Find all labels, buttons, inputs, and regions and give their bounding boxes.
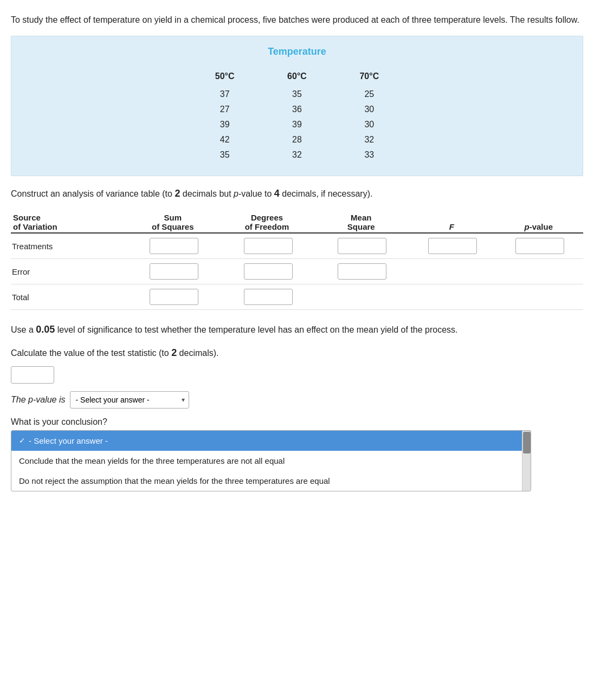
treatments-pvalue-input[interactable] bbox=[515, 238, 564, 254]
list-item: 33 bbox=[333, 147, 405, 163]
conclusion-option-equal[interactable]: Do not reject the assumption that the me… bbox=[11, 471, 531, 491]
list-item: 39 bbox=[261, 117, 333, 132]
treatments-f-cell bbox=[409, 233, 496, 259]
conclusion-option-select[interactable]: - Select your answer - bbox=[11, 431, 531, 451]
temperature-data-table: 50°C60°C70°C3735252736303939304228323532… bbox=[189, 65, 405, 163]
temperature-table-title: Temperature bbox=[28, 46, 566, 57]
table-row: 353233 bbox=[189, 147, 405, 163]
table-row: 393930 bbox=[189, 117, 405, 132]
construct-text: Construct an analysis of variance table … bbox=[11, 186, 583, 202]
significance-text: Use a 0.05 level of significance to test… bbox=[11, 322, 583, 338]
pvalue-label: The p-value is bbox=[11, 395, 66, 405]
error-f-empty bbox=[409, 259, 496, 284]
total-pvalue-empty bbox=[496, 284, 583, 310]
anova-header-degrees: Degreesof Freedom bbox=[221, 211, 315, 233]
list-item: 30 bbox=[333, 102, 405, 117]
treatments-mean-input[interactable] bbox=[338, 238, 386, 254]
error-mean-input[interactable] bbox=[338, 263, 386, 280]
decimal-2: 2 bbox=[175, 188, 180, 199]
total-sum-cell bbox=[127, 284, 221, 310]
list-item: 32 bbox=[333, 132, 405, 147]
anova-table: Sourceof Variation Sumof Squares Degrees… bbox=[11, 211, 583, 310]
anova-header-mean: MeanSquare bbox=[315, 211, 409, 233]
temp-col-header: 50°C bbox=[189, 69, 261, 87]
treatments-df-input[interactable] bbox=[244, 238, 293, 254]
col-60c bbox=[261, 65, 333, 69]
temp-col-header: 60°C bbox=[261, 69, 333, 87]
list-item: 35 bbox=[261, 87, 333, 102]
list-item: 27 bbox=[189, 102, 261, 117]
treatments-sum-input[interactable] bbox=[150, 238, 198, 254]
error-mean-cell bbox=[315, 259, 409, 284]
error-pvalue-empty bbox=[496, 259, 583, 284]
treatments-mean-cell bbox=[315, 233, 409, 259]
pvalue-row: The p-value is - Select your answer - le… bbox=[11, 391, 583, 409]
temperature-table-wrapper: Temperature 50°C60°C70°C3735252736303939… bbox=[11, 36, 583, 176]
list-item: 32 bbox=[261, 147, 333, 163]
stat-decimals: 2 bbox=[171, 347, 177, 358]
error-sum-input[interactable] bbox=[150, 263, 198, 280]
list-item: 36 bbox=[261, 102, 333, 117]
decimal-4: 4 bbox=[274, 188, 280, 199]
list-item: 28 bbox=[261, 132, 333, 147]
list-item: 35 bbox=[189, 147, 261, 163]
anova-header-pvalue: p-value bbox=[496, 211, 583, 233]
total-df-input[interactable] bbox=[244, 289, 293, 305]
error-sum-cell bbox=[127, 259, 221, 284]
intro-text: To study the effect of temperature on yi… bbox=[11, 13, 583, 27]
anova-row-treatments: Treatments bbox=[11, 233, 583, 259]
anova-header-source: Sourceof Variation bbox=[11, 211, 127, 233]
list-item: 30 bbox=[333, 117, 405, 132]
treatments-f-input[interactable] bbox=[428, 238, 477, 254]
pvalue-select[interactable]: - Select your answer - less than .01 bet… bbox=[70, 391, 189, 409]
temp-col-header: 70°C bbox=[333, 69, 405, 87]
total-f-empty bbox=[409, 284, 496, 310]
source-treatments: Treatments bbox=[11, 233, 127, 259]
calculate-text: Calculate the value of the test statisti… bbox=[11, 345, 583, 361]
anova-header-f: F bbox=[409, 211, 496, 233]
conclusion-dropdown-list: - Select your answer - Conclude that the… bbox=[11, 430, 531, 491]
error-df-cell bbox=[221, 259, 315, 284]
table-row: 373525 bbox=[189, 87, 405, 102]
conclusion-label: What is your conclusion? bbox=[11, 417, 583, 427]
col-70c bbox=[333, 65, 405, 69]
treatments-sum-cell bbox=[127, 233, 221, 259]
treatments-pvalue-cell bbox=[496, 233, 583, 259]
list-item: 42 bbox=[189, 132, 261, 147]
list-item: 39 bbox=[189, 117, 261, 132]
dropdown-scrollbar bbox=[522, 431, 531, 491]
test-statistic-input[interactable] bbox=[11, 366, 54, 384]
table-row: 273630 bbox=[189, 102, 405, 117]
table-row: 422832 bbox=[189, 132, 405, 147]
list-item: 25 bbox=[333, 87, 405, 102]
source-total: Total bbox=[11, 284, 127, 310]
total-sum-input[interactable] bbox=[150, 289, 198, 305]
list-item: 37 bbox=[189, 87, 261, 102]
col-50c bbox=[189, 65, 261, 69]
total-df-cell bbox=[221, 284, 315, 310]
treatments-df-cell bbox=[221, 233, 315, 259]
anova-header-sum: Sumof Squares bbox=[127, 211, 221, 233]
source-error: Error bbox=[11, 259, 127, 284]
dropdown-scrollbar-thumb bbox=[523, 432, 531, 453]
total-mean-empty bbox=[315, 284, 409, 310]
error-df-input[interactable] bbox=[244, 263, 293, 280]
conclusion-option-not-equal[interactable]: Conclude that the mean yields for the th… bbox=[11, 451, 531, 471]
anova-row-total: Total bbox=[11, 284, 583, 310]
significance-level: 0.05 bbox=[36, 324, 55, 335]
pvalue-dropdown-container: - Select your answer - less than .01 bet… bbox=[70, 391, 189, 409]
anova-row-error: Error bbox=[11, 259, 583, 284]
